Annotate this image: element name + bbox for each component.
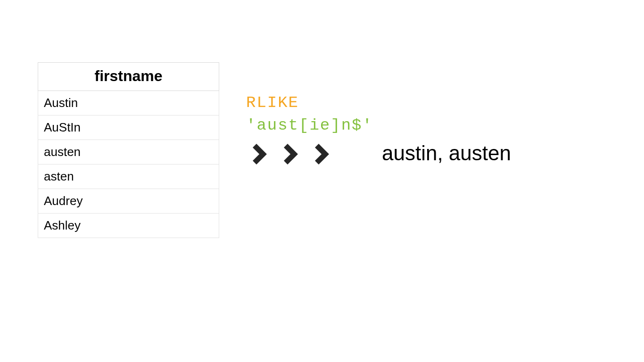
sql-keyword: RLIKE	[246, 92, 373, 115]
table-row: AuStIn	[38, 115, 219, 140]
cell-value: asten	[38, 165, 219, 189]
cell-value: Audrey	[38, 189, 219, 214]
slide-canvas: firstname Austin AuStIn austen asten Aud…	[0, 0, 644, 362]
table-row: Austin	[38, 91, 219, 115]
cell-value: AuStIn	[38, 115, 219, 140]
table-row: Audrey	[38, 189, 219, 214]
table-row: asten	[38, 165, 219, 189]
input-table: firstname Austin AuStIn austen asten Aud…	[38, 62, 219, 238]
table-row: austen	[38, 140, 219, 165]
chevron-right-icon	[277, 141, 303, 167]
chevron-right-icon	[246, 141, 272, 167]
chevron-right-icon	[308, 141, 334, 167]
arrow-row	[246, 141, 334, 167]
cell-value: Austin	[38, 91, 219, 115]
result-text: austin, austen	[382, 141, 511, 165]
sql-expression: RLIKE 'aust[ie]n$'	[246, 92, 373, 137]
sql-pattern: 'aust[ie]n$'	[246, 115, 373, 137]
table-row: Ashley	[38, 214, 219, 238]
table-header-firstname: firstname	[38, 63, 219, 91]
cell-value: austen	[38, 140, 219, 165]
cell-value: Ashley	[38, 214, 219, 238]
